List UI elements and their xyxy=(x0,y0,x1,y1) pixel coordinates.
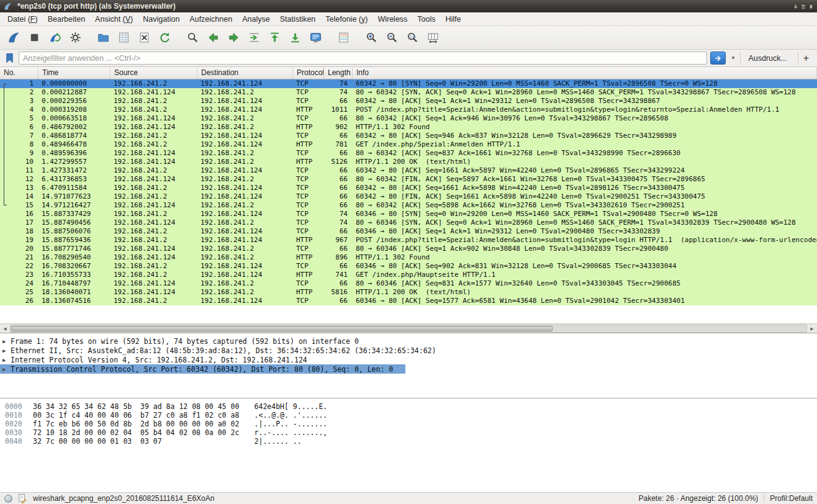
menu-tools[interactable]: Tools xyxy=(412,14,440,25)
menu-statistiken[interactable]: Statistiken xyxy=(275,14,321,25)
filter-history-dropdown[interactable]: ▼ xyxy=(729,55,737,61)
apply-filter-button[interactable] xyxy=(710,52,726,65)
menu-hilfe[interactable]: Hilfe xyxy=(441,14,466,25)
minimize-button[interactable]: – xyxy=(793,3,798,11)
menu-telefonie[interactable]: Telefonie (y) xyxy=(320,14,372,25)
packet-row[interactable]: 101.427299557192.168.241.124192.168.241.… xyxy=(0,158,817,166)
stop-capture-button[interactable] xyxy=(24,29,45,47)
filter-bookmark-button[interactable] xyxy=(3,52,16,65)
profile-selector[interactable]: Profil:Default xyxy=(770,494,813,503)
capture-options-button[interactable] xyxy=(65,29,86,47)
detail-line[interactable]: ▶Frame 1: 74 bytes on wire (592 bits), 7… xyxy=(0,336,371,346)
packet-row[interactable]: 2116.708290540192.168.241.124192.168.241… xyxy=(0,253,817,262)
cell-source: 192.168.241.2 xyxy=(111,271,197,279)
packet-row[interactable]: 1815.887506076192.168.241.2192.168.241.1… xyxy=(0,227,817,236)
display-filter-input[interactable] xyxy=(19,52,707,65)
zoom-in-button[interactable] xyxy=(361,29,382,47)
horizontal-scrollbar[interactable]: ◀ ▶ xyxy=(0,323,817,333)
detail-line[interactable]: ▶Internet Protocol Version 4, Src: 192.1… xyxy=(0,355,320,364)
zoom-original-button[interactable]: 1:1 xyxy=(402,29,423,47)
hex-line[interactable]: 0020f1 7c eb b6 00 50 0d 8b 2d b8 00 00 … xyxy=(5,420,812,428)
go-back-button[interactable] xyxy=(203,29,223,47)
save-file-button[interactable] xyxy=(114,29,134,47)
packet-row[interactable]: 1915.887659436192.168.241.2192.168.241.1… xyxy=(0,236,817,245)
add-filter-button[interactable]: + xyxy=(798,52,814,65)
scrollbar-thumb[interactable] xyxy=(11,326,553,331)
expert-info-icon[interactable] xyxy=(4,495,12,503)
menu-datei[interactable]: Datei (F) xyxy=(2,14,43,25)
open-file-button[interactable] xyxy=(93,29,114,47)
packet-row[interactable]: 80.489466478192.168.241.2192.168.241.124… xyxy=(0,140,817,149)
packet-row[interactable]: 2416.710448797192.168.241.124192.168.241… xyxy=(0,279,817,288)
column-header-protocol[interactable]: Protocol xyxy=(293,67,324,79)
go-first-button[interactable] xyxy=(264,29,285,47)
expander-icon[interactable]: ▶ xyxy=(2,366,11,372)
packet-row[interactable]: 40.000319208192.168.241.2192.168.241.124… xyxy=(0,106,817,114)
menu-navigation[interactable]: Navigation xyxy=(138,14,184,25)
menu-bearbeiten[interactable]: Bearbeiten xyxy=(43,14,90,25)
restart-capture-button[interactable] xyxy=(45,29,65,47)
packet-row[interactable]: 2316.710355733192.168.241.2192.168.241.1… xyxy=(0,271,817,279)
packet-row[interactable]: 1715.887490456192.168.241.124192.168.241… xyxy=(0,218,817,227)
detail-line[interactable]: ▶Ethernet II, Src: AsustekC_ad:8a:12 (48… xyxy=(0,346,448,355)
packet-row[interactable]: 70.486818774192.168.241.2192.168.241.124… xyxy=(0,132,817,140)
packet-row[interactable]: 50.000663518192.168.241.124192.168.241.2… xyxy=(0,114,817,123)
hex-line[interactable]: 000036 34 32 65 34 62 48 5b 39 ad 8a 12 … xyxy=(5,402,812,411)
packet-row[interactable]: 2518.136040071192.168.241.124192.168.241… xyxy=(0,288,817,297)
packet-row[interactable]: 1615.887337429192.168.241.2192.168.241.1… xyxy=(0,210,817,218)
cell-time: 0.000000000 xyxy=(38,79,111,88)
packet-row[interactable]: 30.000229356192.168.241.2192.168.241.124… xyxy=(0,97,817,106)
menu-wireless[interactable]: Wireless xyxy=(372,14,412,25)
scrollbar-track[interactable] xyxy=(10,325,807,333)
packet-row[interactable]: 20.000212887192.168.241.124192.168.241.2… xyxy=(0,88,817,97)
scroll-left-button[interactable]: ◀ xyxy=(1,325,9,333)
hex-line[interactable]: 003072 10 18 2d 00 00 02 04 05 b4 04 02 … xyxy=(5,428,812,437)
expression-button[interactable]: Ausdruck... xyxy=(740,52,795,65)
packet-row[interactable]: 1514.971216427192.168.241.124192.168.241… xyxy=(0,201,817,210)
packet-row[interactable]: 1414.971077623192.168.241.2192.168.241.1… xyxy=(0,192,817,201)
packet-row[interactable]: 2015.887771746192.168.241.124192.168.241… xyxy=(0,245,817,253)
zoom-out-button[interactable] xyxy=(382,29,402,47)
column-header-no[interactable]: No. xyxy=(0,67,38,79)
close-button[interactable]: × xyxy=(809,3,813,11)
expander-icon[interactable]: ▶ xyxy=(2,338,11,344)
packet-row[interactable]: 2618.136074516192.168.241.2192.168.241.1… xyxy=(0,297,817,305)
packet-row[interactable]: 10.000000000192.168.241.2192.168.241.124… xyxy=(0,79,817,88)
reload-file-button[interactable] xyxy=(155,29,175,47)
menu-aufzeichnen[interactable]: Aufzeichnen xyxy=(184,14,237,25)
apply-arrow-icon xyxy=(714,54,723,63)
go-last-button[interactable] xyxy=(285,29,305,47)
colorize-button[interactable] xyxy=(333,29,354,47)
expander-icon[interactable]: ▶ xyxy=(2,357,11,363)
packet-row[interactable]: 136.470911584192.168.241.2192.168.241.12… xyxy=(0,184,817,192)
auto-scroll-button[interactable] xyxy=(305,29,326,47)
packet-row[interactable]: 126.431736853192.168.241.124192.168.241.… xyxy=(0,175,817,184)
find-packet-button[interactable] xyxy=(183,29,203,47)
hex-line[interactable]: 004032 7c 00 00 00 00 01 03 03 072|.....… xyxy=(5,437,812,446)
cell-source: 192.168.241.2 xyxy=(111,236,197,245)
column-header-time[interactable]: Time xyxy=(38,67,111,79)
cell-protocol: HTTP xyxy=(293,253,324,262)
column-header-source[interactable]: Source xyxy=(111,67,197,79)
column-header-destination[interactable]: Destination xyxy=(197,67,293,79)
packet-row[interactable]: 111.427331472192.168.241.2192.168.241.12… xyxy=(0,166,817,175)
detail-line[interactable]: ▶Transmission Control Protocol, Src Port… xyxy=(0,364,405,374)
go-forward-button[interactable] xyxy=(223,29,244,47)
menu-analyse[interactable]: Analyse xyxy=(237,14,274,25)
packet-row[interactable]: 2216.708320667192.168.241.2192.168.241.1… xyxy=(0,262,817,271)
hex-line[interactable]: 001000 3c 1f c4 40 00 40 06 b7 27 c0 a8 … xyxy=(5,411,812,420)
titlebar[interactable]: *enp2s0 (tcp port http) (als Systemverwa… xyxy=(0,0,817,12)
column-header-length[interactable]: Length xyxy=(324,67,353,79)
maximize-button[interactable]: □ xyxy=(801,3,805,11)
resize-columns-button[interactable] xyxy=(423,29,443,47)
go-to-packet-button[interactable] xyxy=(244,29,264,47)
expander-icon[interactable]: ▶ xyxy=(2,348,11,354)
start-capture-button[interactable] xyxy=(4,29,24,47)
packet-row[interactable]: 60.486792002192.168.241.124192.168.241.2… xyxy=(0,123,817,132)
scroll-right-button[interactable]: ▶ xyxy=(808,325,816,333)
menu-ansicht[interactable]: Ansicht (V) xyxy=(90,14,138,25)
close-file-button[interactable] xyxy=(134,29,155,47)
packet-row[interactable]: 90.489596396192.168.241.124192.168.241.2… xyxy=(0,149,817,158)
capture-comment-icon[interactable] xyxy=(18,493,27,503)
column-header-info[interactable]: Info xyxy=(353,67,817,79)
